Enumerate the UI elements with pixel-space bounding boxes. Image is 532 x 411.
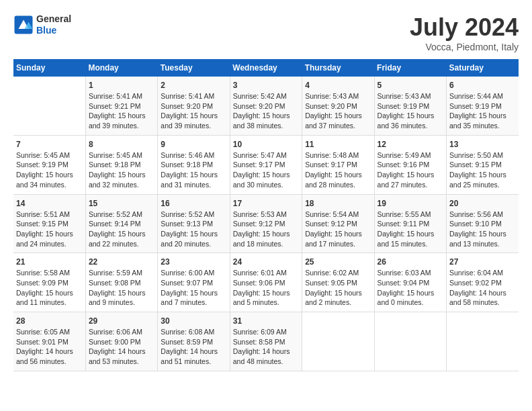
day-info: Sunrise: 5:56 AMSunset: 9:10 PMDaylight:… <box>449 210 516 249</box>
day-number: 28 <box>16 316 83 326</box>
day-info: Sunrise: 5:43 AMSunset: 9:19 PMDaylight:… <box>378 91 443 131</box>
calendar-cell: 5Sunrise: 5:43 AMSunset: 9:19 PMDaylight… <box>374 77 446 135</box>
calendar-cell: 30Sunrise: 6:08 AMSunset: 8:59 PMDayligh… <box>158 312 230 371</box>
day-number: 9 <box>161 140 226 149</box>
day-info: Sunrise: 5:49 AMSunset: 9:16 PMDaylight:… <box>378 150 443 190</box>
day-info: Sunrise: 5:51 AMSunset: 9:15 PMDaylight:… <box>16 210 83 249</box>
day-number: 6 <box>449 81 516 90</box>
title-section: July 2024 Vocca, Piedmont, Italy <box>410 13 519 52</box>
day-number: 15 <box>89 199 154 208</box>
calendar-cell: 26Sunrise: 6:03 AMSunset: 9:04 PMDayligh… <box>374 253 446 312</box>
calendar-cell: 22Sunrise: 5:59 AMSunset: 9:08 PMDayligh… <box>85 253 157 312</box>
calendar-cell: 25Sunrise: 6:02 AMSunset: 9:05 PMDayligh… <box>302 253 374 312</box>
calendar-table: SundayMondayTuesdayWednesdayThursdayFrid… <box>13 59 519 371</box>
logo: General Blue <box>13 13 71 36</box>
day-info: Sunrise: 6:01 AMSunset: 9:06 PMDaylight:… <box>233 268 299 308</box>
day-number: 18 <box>305 199 371 208</box>
day-info: Sunrise: 5:41 AMSunset: 9:20 PMDaylight:… <box>161 91 226 131</box>
month-year: July 2024 <box>410 13 519 42</box>
calendar-cell: 21Sunrise: 5:58 AMSunset: 9:09 PMDayligh… <box>13 253 85 312</box>
day-number: 21 <box>16 257 83 267</box>
logo-text: General Blue <box>36 13 71 36</box>
calendar-cell: 19Sunrise: 5:55 AMSunset: 9:11 PMDayligh… <box>374 194 446 253</box>
calendar-cell: 2Sunrise: 5:41 AMSunset: 9:20 PMDaylight… <box>158 77 230 135</box>
day-number: 12 <box>378 140 443 149</box>
day-info: Sunrise: 5:52 AMSunset: 9:14 PMDaylight:… <box>89 210 154 249</box>
day-number: 1 <box>89 81 154 90</box>
calendar-cell: 31Sunrise: 6:09 AMSunset: 8:58 PMDayligh… <box>230 312 302 371</box>
day-number: 23 <box>161 257 226 267</box>
day-number: 13 <box>449 140 516 149</box>
day-number: 27 <box>449 257 516 267</box>
day-number: 8 <box>89 140 154 149</box>
day-info: Sunrise: 6:04 AMSunset: 9:02 PMDaylight:… <box>449 268 516 308</box>
calendar-cell: 15Sunrise: 5:52 AMSunset: 9:14 PMDayligh… <box>85 194 157 253</box>
day-number: 7 <box>16 140 83 149</box>
calendar-cell: 13Sunrise: 5:50 AMSunset: 9:15 PMDayligh… <box>447 135 519 194</box>
day-number: 29 <box>89 316 154 326</box>
day-info: Sunrise: 5:45 AMSunset: 9:19 PMDaylight:… <box>16 150 83 190</box>
day-info: Sunrise: 6:00 AMSunset: 9:07 PMDaylight:… <box>161 268 226 308</box>
day-number: 31 <box>233 316 299 326</box>
calendar-cell: 17Sunrise: 5:53 AMSunset: 9:12 PMDayligh… <box>230 194 302 253</box>
column-headers: SundayMondayTuesdayWednesdayThursdayFrid… <box>13 59 519 77</box>
day-info: Sunrise: 5:55 AMSunset: 9:11 PMDaylight:… <box>378 210 443 249</box>
day-info: Sunrise: 5:45 AMSunset: 9:18 PMDaylight:… <box>89 150 154 190</box>
day-number: 3 <box>233 81 299 90</box>
logo-blue: Blue <box>36 25 71 36</box>
day-info: Sunrise: 5:52 AMSunset: 9:13 PMDaylight:… <box>161 210 226 249</box>
calendar-cell: 8Sunrise: 5:45 AMSunset: 9:18 PMDaylight… <box>85 135 157 194</box>
calendar-cell: 27Sunrise: 6:04 AMSunset: 9:02 PMDayligh… <box>447 253 519 312</box>
calendar-cell: 14Sunrise: 5:51 AMSunset: 9:15 PMDayligh… <box>13 194 85 253</box>
week-row-4: 21Sunrise: 5:58 AMSunset: 9:09 PMDayligh… <box>13 253 519 312</box>
day-info: Sunrise: 5:59 AMSunset: 9:08 PMDaylight:… <box>89 268 154 308</box>
day-number: 4 <box>305 81 371 90</box>
day-number: 24 <box>233 257 299 267</box>
day-info: Sunrise: 5:54 AMSunset: 9:12 PMDaylight:… <box>305 210 371 249</box>
day-number: 2 <box>161 81 226 90</box>
day-info: Sunrise: 5:53 AMSunset: 9:12 PMDaylight:… <box>233 210 299 249</box>
day-info: Sunrise: 6:09 AMSunset: 8:58 PMDaylight:… <box>233 327 299 367</box>
day-number: 14 <box>16 199 83 208</box>
day-info: Sunrise: 5:47 AMSunset: 9:17 PMDaylight:… <box>233 150 299 190</box>
logo-general: General <box>36 13 71 25</box>
calendar-cell: 11Sunrise: 5:48 AMSunset: 9:17 PMDayligh… <box>302 135 374 194</box>
day-info: Sunrise: 6:02 AMSunset: 9:05 PMDaylight:… <box>305 268 371 308</box>
day-number: 10 <box>233 140 299 149</box>
week-row-5: 28Sunrise: 6:05 AMSunset: 9:01 PMDayligh… <box>13 312 519 371</box>
calendar-cell: 3Sunrise: 5:42 AMSunset: 9:20 PMDaylight… <box>230 77 302 135</box>
calendar-cell: 6Sunrise: 5:44 AMSunset: 9:19 PMDaylight… <box>447 77 519 135</box>
calendar-cell: 20Sunrise: 5:56 AMSunset: 9:10 PMDayligh… <box>447 194 519 253</box>
day-number: 16 <box>161 199 226 208</box>
column-header-monday: Monday <box>85 59 157 77</box>
calendar-cell: 28Sunrise: 6:05 AMSunset: 9:01 PMDayligh… <box>13 312 85 371</box>
day-number: 17 <box>233 199 299 208</box>
day-number: 25 <box>305 257 371 267</box>
day-number: 19 <box>378 199 443 208</box>
calendar-cell: 9Sunrise: 5:46 AMSunset: 9:18 PMDaylight… <box>158 135 230 194</box>
day-info: Sunrise: 6:06 AMSunset: 9:00 PMDaylight:… <box>89 327 154 367</box>
calendar-cell <box>374 312 446 371</box>
day-info: Sunrise: 5:48 AMSunset: 9:17 PMDaylight:… <box>305 150 371 190</box>
column-header-sunday: Sunday <box>13 59 85 77</box>
day-number: 11 <box>305 140 371 149</box>
day-info: Sunrise: 6:03 AMSunset: 9:04 PMDaylight:… <box>378 268 443 308</box>
calendar-cell: 12Sunrise: 5:49 AMSunset: 9:16 PMDayligh… <box>374 135 446 194</box>
calendar-cell: 4Sunrise: 5:43 AMSunset: 9:20 PMDaylight… <box>302 77 374 135</box>
calendar-cell <box>447 312 519 371</box>
calendar-cell: 24Sunrise: 6:01 AMSunset: 9:06 PMDayligh… <box>230 253 302 312</box>
calendar-cell: 16Sunrise: 5:52 AMSunset: 9:13 PMDayligh… <box>158 194 230 253</box>
column-header-friday: Friday <box>374 59 446 77</box>
calendar-cell <box>302 312 374 371</box>
logo-icon <box>13 15 34 35</box>
calendar-cell: 29Sunrise: 6:06 AMSunset: 9:00 PMDayligh… <box>85 312 157 371</box>
column-header-tuesday: Tuesday <box>158 59 230 77</box>
day-info: Sunrise: 6:05 AMSunset: 9:01 PMDaylight:… <box>16 327 83 367</box>
page-header: General Blue July 2024 Vocca, Piedmont, … <box>13 13 519 52</box>
location: Vocca, Piedmont, Italy <box>410 42 519 52</box>
day-info: Sunrise: 5:41 AMSunset: 9:21 PMDaylight:… <box>89 91 154 131</box>
day-info: Sunrise: 5:42 AMSunset: 9:20 PMDaylight:… <box>233 91 299 131</box>
day-info: Sunrise: 5:58 AMSunset: 9:09 PMDaylight:… <box>16 268 83 308</box>
calendar-cell: 1Sunrise: 5:41 AMSunset: 9:21 PMDaylight… <box>85 77 157 135</box>
day-info: Sunrise: 5:46 AMSunset: 9:18 PMDaylight:… <box>161 150 226 190</box>
